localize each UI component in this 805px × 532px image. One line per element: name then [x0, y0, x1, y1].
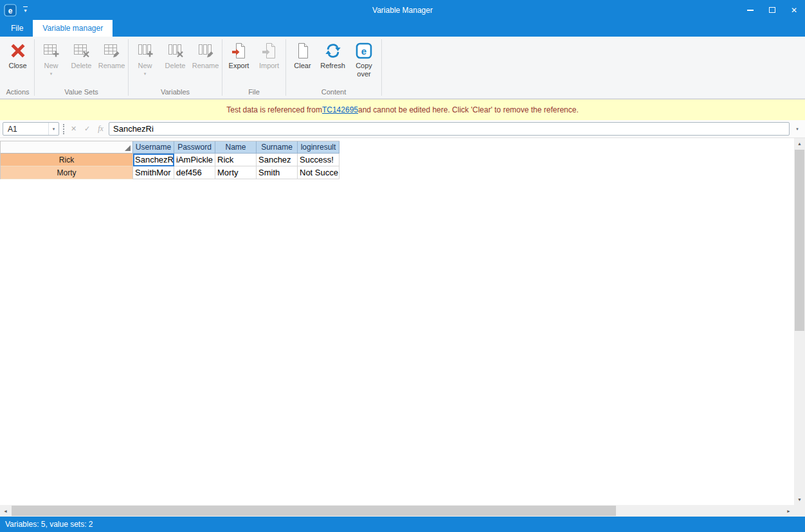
vertical-scrollbar-thumb[interactable]	[795, 150, 804, 331]
chevron-down-icon: ▾	[144, 71, 147, 76]
cell-rick-name[interactable]: Rick	[215, 154, 257, 166]
group-label-value-sets: Value Sets	[35, 87, 128, 98]
group-label-content: Content	[286, 87, 381, 98]
scroll-up-icon[interactable]: ▲	[794, 138, 805, 149]
variable-delete-button[interactable]: Delete	[160, 39, 190, 86]
column-header-username[interactable]: Username	[133, 141, 174, 154]
tab-file[interactable]: File	[1, 20, 33, 37]
ribbon-group-content: Clear Refresh	[286, 37, 381, 98]
import-icon	[260, 42, 278, 60]
corner-triangle-icon	[125, 145, 131, 151]
function-icon: fx	[98, 124, 104, 133]
value-set-delete-button[interactable]: Delete	[66, 39, 96, 86]
group-label-actions: Actions	[1, 87, 34, 98]
column-header-surname[interactable]: Surname	[257, 141, 298, 154]
cell-morty-surname[interactable]: Smith	[257, 166, 298, 179]
maximize-button[interactable]	[761, 0, 783, 20]
cell-morty-username[interactable]: SmithMor	[133, 166, 174, 179]
ribbon-group-variables: New ▾ Delete	[129, 37, 222, 98]
variable-manager-window: e ▾ Variable Manager ✕ File Variable man…	[0, 0, 805, 532]
cell-rick-surname[interactable]: Sanchez	[257, 154, 298, 166]
ribbon: Close Actions New ▾	[0, 37, 805, 99]
refresh-button[interactable]: Refresh	[318, 39, 348, 86]
column-rename-icon	[197, 42, 215, 60]
formula-bar-handle	[63, 124, 64, 134]
import-button[interactable]: Import	[254, 39, 284, 86]
variable-rename-button[interactable]: Rename	[190, 39, 221, 86]
close-window-icon: ✕	[791, 6, 797, 15]
table-rename-icon	[103, 42, 121, 60]
group-label-variables: Variables	[129, 87, 222, 98]
svg-text:e: e	[361, 46, 366, 57]
horizontal-scrollbar[interactable]: ◄ ►	[0, 505, 794, 517]
column-header-name[interactable]: Name	[215, 141, 257, 154]
quick-access-caret: ▾	[24, 8, 26, 13]
close-button[interactable]: Close	[3, 39, 33, 86]
scrollbar-corner	[794, 505, 805, 517]
cell-name-box[interactable]: A1 ▾	[3, 122, 59, 136]
minimize-button[interactable]	[739, 0, 761, 20]
formula-bar: A1 ▾ ✕ ✓ fx ▾	[0, 120, 805, 138]
row-header-rick[interactable]: Rick	[1, 154, 133, 166]
cell-rick-password[interactable]: iAmPickle	[174, 154, 215, 166]
ribbon-group-separator	[381, 39, 382, 96]
notice-text-after: and cannot be edited here. Click 'Clear'…	[358, 105, 579, 114]
window-controls: ✕	[739, 0, 805, 20]
value-set-rename-button[interactable]: Rename	[96, 39, 127, 86]
minimize-icon	[747, 10, 754, 11]
copy-over-icon: e	[355, 42, 373, 60]
value-set-new-button[interactable]: New ▾	[36, 39, 66, 86]
quick-access-dropdown-icon[interactable]: ▾	[23, 6, 28, 13]
confirm-entry-button[interactable]: ✓	[82, 125, 93, 133]
insert-function-button[interactable]: fx	[95, 124, 106, 134]
cancel-entry-button[interactable]: ✕	[68, 125, 79, 133]
notice-text-before: Test data is referenced from	[226, 105, 322, 114]
select-all-corner[interactable]	[1, 141, 133, 154]
column-header-password[interactable]: Password	[174, 141, 215, 154]
clear-button[interactable]: Clear	[287, 39, 318, 86]
table-delete-icon	[73, 42, 91, 60]
variable-new-button[interactable]: New ▾	[130, 39, 160, 86]
row-header-morty[interactable]: Morty	[1, 166, 133, 179]
vertical-scrollbar[interactable]: ▲ ▼	[794, 138, 805, 505]
tab-variable-manager[interactable]: Variable manager	[33, 20, 113, 37]
close-window-button[interactable]: ✕	[783, 0, 805, 20]
value-set-grid: Username Password Name Surname loginresu…	[0, 141, 339, 179]
name-box-dropdown-icon[interactable]: ▾	[48, 123, 59, 135]
formula-input[interactable]	[109, 122, 790, 136]
status-text: Variables: 5, value sets: 2	[5, 520, 93, 529]
cell-morty-loginresult[interactable]: Not Succe	[298, 166, 339, 179]
titlebar: e ▾ Variable Manager ✕	[0, 0, 805, 20]
app-icon[interactable]: e	[4, 4, 17, 17]
scroll-right-icon[interactable]: ►	[783, 505, 794, 517]
horizontal-scrollbar-thumb[interactable]	[12, 506, 616, 516]
column-header-loginresult[interactable]: loginresult	[298, 141, 339, 154]
ribbon-group-value-sets: New ▾ Delete	[35, 37, 128, 98]
cell-morty-name[interactable]: Morty	[215, 166, 257, 179]
cell-rick-username[interactable]: SanchezRi	[133, 154, 174, 166]
status-bar: Variables: 5, value sets: 2	[0, 517, 805, 532]
window-title: Variable Manager	[0, 6, 805, 15]
table-add-icon	[42, 42, 60, 60]
close-icon	[9, 42, 27, 60]
column-add-icon	[136, 42, 154, 60]
scroll-down-icon[interactable]: ▼	[794, 494, 805, 505]
sheet-area: Username Password Name Surname loginresu…	[0, 138, 805, 517]
export-button[interactable]: Export	[224, 39, 254, 86]
refresh-icon	[324, 42, 342, 60]
export-icon	[230, 42, 248, 60]
clear-icon	[294, 42, 312, 60]
copy-over-button[interactable]: e Copy over	[348, 39, 380, 86]
table-row: Morty SmithMor def456 Morty Smith Not Su…	[1, 166, 339, 179]
quick-access-bar	[23, 6, 28, 7]
testcase-link[interactable]: TC142695	[322, 105, 358, 114]
ribbon-group-actions: Close Actions	[1, 37, 34, 98]
column-delete-icon	[167, 42, 185, 60]
cell-rick-loginresult[interactable]: Success!	[298, 154, 339, 166]
scroll-left-icon[interactable]: ◄	[0, 505, 11, 517]
cell-morty-password[interactable]: def456	[174, 166, 215, 179]
chevron-down-icon: ▾	[50, 71, 53, 76]
formula-bar-expand-icon[interactable]: ▾	[792, 122, 802, 136]
reference-notice-bar: Test data is referenced from TC142695 an…	[0, 99, 805, 120]
ribbon-group-file: Export Import File	[222, 37, 285, 98]
